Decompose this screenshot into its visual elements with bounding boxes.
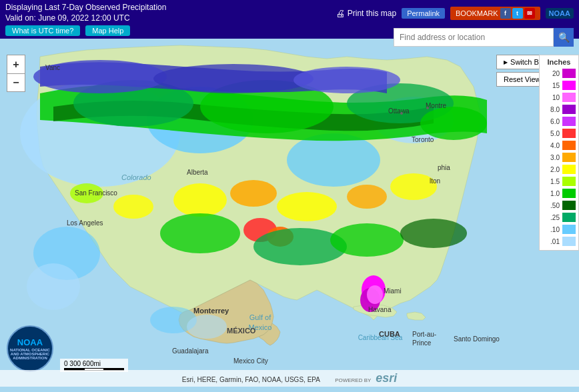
- legend-row: 2.0: [540, 163, 578, 175]
- map-help-button[interactable]: Map Help: [85, 25, 130, 36]
- esri-logo-text: esri: [376, 371, 397, 385]
- legend-color-swatch: [562, 81, 576, 90]
- legend-row: 5.0: [540, 127, 578, 139]
- svg-text:Los Angeles: Los Angeles: [67, 219, 103, 227]
- svg-text:Alberta: Alberta: [187, 169, 208, 176]
- legend-color-swatch: [562, 189, 576, 198]
- esri-area: POWERED BY esri: [335, 376, 397, 383]
- title-line2: Valid on: June 09, 2022 12:00 UTC: [5, 13, 166, 24]
- precipitation-legend: Inches 20 15 10 8.0 6.0 5.0 4.0 3.0 2.0: [539, 55, 579, 251]
- svg-point-20: [153, 64, 314, 93]
- twitter-icon[interactable]: t: [512, 8, 523, 19]
- legend-color-swatch: [562, 69, 576, 78]
- svg-text:Colorado: Colorado: [121, 173, 151, 181]
- svg-text:lton: lton: [430, 177, 440, 185]
- svg-point-26: [367, 285, 383, 304]
- legend-row: .50: [540, 199, 578, 211]
- svg-point-17: [113, 195, 153, 219]
- svg-point-15: [347, 185, 387, 209]
- legend-title: Inches: [540, 58, 578, 66]
- legend-color-swatch: [562, 177, 576, 186]
- triangle-icon: ▶: [504, 59, 508, 65]
- print-button[interactable]: 🖨 Print this map: [336, 8, 396, 19]
- svg-point-21: [294, 67, 400, 93]
- legend-color-swatch: [562, 201, 576, 210]
- legend-label: .10: [545, 226, 560, 233]
- svg-text:Vanc: Vanc: [45, 64, 60, 71]
- svg-text:Toronto: Toronto: [412, 136, 434, 143]
- svg-text:CUBA: CUBA: [379, 330, 400, 338]
- svg-point-55: [426, 107, 429, 109]
- map-title: Displaying Last 7-Day Observed Precipita…: [5, 3, 166, 23]
- zoom-in-button[interactable]: +: [7, 55, 25, 73]
- search-button[interactable]: 🔍: [554, 28, 574, 47]
- legend-label: 20: [545, 70, 560, 77]
- permalink-button[interactable]: Permalink: [402, 8, 445, 19]
- legend-row: 8.0: [540, 103, 578, 115]
- svg-text:Guadalajara: Guadalajara: [172, 347, 209, 355]
- top-bar-row1: Displaying Last 7-Day Observed Precipita…: [5, 3, 574, 23]
- legend-row: 20: [540, 67, 578, 79]
- legend-label: 1.5: [545, 178, 560, 185]
- svg-text:Mexico City: Mexico City: [233, 357, 268, 365]
- legend-row: 1.5: [540, 175, 578, 187]
- utc-time-button[interactable]: What is UTC time?: [5, 25, 80, 36]
- svg-text:Monterrey: Monterrey: [193, 307, 229, 315]
- legend-label: 6.0: [545, 118, 560, 125]
- legend-row: .01: [540, 235, 578, 247]
- svg-point-28: [253, 228, 347, 265]
- svg-point-32: [27, 263, 80, 310]
- attribution-text: Esri, HERE, Garmin, FAO, NOAA, USGS, EPA: [182, 376, 320, 383]
- email-icon[interactable]: ✉: [524, 8, 535, 19]
- legend-label: .01: [545, 238, 560, 245]
- legend-color-swatch: [562, 117, 576, 126]
- svg-text:Havana: Havana: [368, 306, 392, 313]
- legend-items: 20 15 10 8.0 6.0 5.0 4.0 3.0 2.0 1.5: [540, 67, 578, 247]
- facebook-icon[interactable]: f: [500, 8, 511, 19]
- social-icons: f t ✉: [500, 8, 535, 19]
- svg-text:San Francisco: San Francisco: [75, 189, 117, 197]
- svg-text:Ottawa: Ottawa: [388, 107, 410, 115]
- zoom-out-button[interactable]: −: [7, 73, 25, 92]
- noaa-subtitle: NATIONAL OCEANICAND ATMOSPHERICADMINISTR…: [10, 348, 50, 360]
- legend-label: 10: [545, 94, 560, 101]
- legend-color-swatch: [562, 141, 576, 150]
- svg-point-13: [230, 180, 277, 207]
- printer-icon: 🖨: [336, 8, 345, 19]
- legend-row: .10: [540, 223, 578, 235]
- legend-color-swatch: [562, 213, 576, 222]
- legend-row: .25: [540, 211, 578, 223]
- svg-point-29: [330, 223, 404, 257]
- legend-color-swatch: [562, 129, 576, 138]
- bookmark-button[interactable]: BOOKMARK f t ✉: [450, 7, 540, 20]
- noaa-corner-logo: NOAA: [546, 8, 574, 19]
- svg-point-14: [277, 192, 337, 221]
- svg-text:MÉXICO: MÉXICO: [227, 327, 256, 335]
- legend-label: 8.0: [545, 106, 560, 113]
- legend-color-swatch: [562, 237, 576, 246]
- search-input[interactable]: [394, 28, 554, 47]
- legend-color-swatch: [562, 105, 576, 114]
- title-line1: Displaying Last 7-Day Observed Precipita…: [5, 3, 166, 13]
- svg-point-56: [400, 112, 403, 115]
- top-right-controls: 🖨 Print this map Permalink BOOKMARK f t …: [336, 7, 574, 20]
- svg-text:Miami: Miami: [384, 287, 402, 295]
- precipitation-map: Gulf of Mexico Caribbean Sea: [0, 0, 579, 392]
- svg-point-27: [160, 213, 240, 253]
- svg-text:Gulf of: Gulf of: [249, 313, 271, 321]
- legend-color-swatch: [562, 165, 576, 174]
- noaa-logo-text: NOAA: [10, 337, 50, 347]
- legend-label: 2.0: [545, 166, 560, 173]
- legend-row: 1.0: [540, 187, 578, 199]
- attribution: Esri, HERE, Garmin, FAO, NOAA, USGS, EPA…: [0, 370, 579, 387]
- svg-text:Prince: Prince: [412, 339, 432, 347]
- legend-row: 15: [540, 79, 578, 91]
- legend-color-swatch: [562, 225, 576, 234]
- svg-text:phia: phia: [438, 164, 450, 171]
- svg-point-34: [187, 315, 227, 339]
- legend-color-swatch: [562, 153, 576, 162]
- svg-point-11: [420, 107, 487, 140]
- legend-row: 10: [540, 91, 578, 103]
- legend-row: 4.0: [540, 139, 578, 151]
- scale-text: 0 300 600mi: [64, 360, 124, 367]
